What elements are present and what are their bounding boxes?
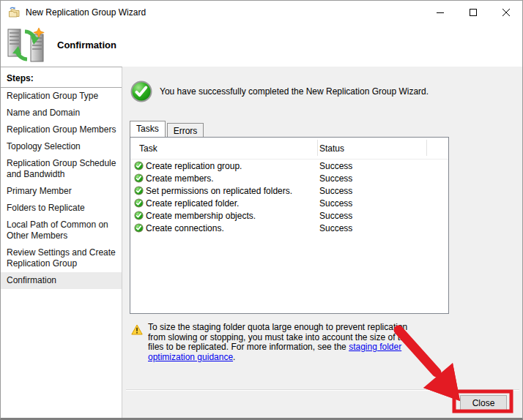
column-header-task[interactable]: Task (139, 143, 157, 154)
tab-errors[interactable]: Errors (167, 123, 204, 137)
warning-text-after: . (233, 352, 235, 362)
task-status: Success (319, 223, 352, 233)
window-title: New Replication Group Wizard (26, 7, 146, 18)
success-check-icon (130, 80, 152, 102)
close-button[interactable]: Close (460, 395, 507, 410)
step-replication-group-members: Replication Group Members (1, 121, 122, 138)
column-divider[interactable] (317, 140, 318, 156)
task-status: Success (319, 186, 352, 196)
task-name: Create membership objects. (146, 211, 256, 221)
replication-servers-icon (7, 27, 47, 64)
page-title: Confirmation (57, 40, 116, 50)
table-row[interactable]: Create replicated folder. Success (130, 197, 448, 209)
task-status: Success (319, 161, 352, 171)
task-status: Success (319, 173, 352, 184)
app-icon (8, 7, 21, 18)
close-icon (502, 8, 511, 17)
step-name-and-domain: Name and Domain (1, 105, 122, 121)
result-tabs: Tasks Errors (130, 121, 204, 137)
maximize-icon (469, 8, 478, 17)
minimize-icon (436, 8, 445, 17)
step-primary-member: Primary Member (1, 183, 122, 200)
task-status: Success (319, 211, 352, 221)
list-header: Task Status (130, 138, 448, 160)
task-rows: Create replication group. Success Create… (130, 160, 448, 234)
task-success-icon (134, 223, 144, 233)
wizard-header: Confirmation (1, 23, 522, 67)
task-name: Create replicated folder. (146, 198, 239, 209)
step-folders-to-replicate: Folders to Replicate (1, 200, 122, 217)
minimize-button[interactable] (423, 1, 456, 23)
task-success-icon (134, 186, 144, 195)
maximize-button[interactable] (456, 1, 489, 23)
success-message: You have successfully completed the New … (160, 86, 429, 97)
step-replication-group-type: Replication Group Type (1, 88, 122, 105)
task-status: Success (319, 198, 352, 209)
tasks-list-view: Task Status Create replication group. Su… (130, 137, 449, 314)
task-success-icon (134, 198, 144, 208)
task-name: Create members. (146, 173, 214, 184)
close-window-button[interactable] (489, 1, 522, 23)
titlebar: New Replication Group Wizard (1, 1, 522, 23)
wizard-window: New Replication Group Wizard (0, 0, 523, 420)
table-row[interactable]: Create connections. Success (130, 222, 448, 234)
tab-tasks[interactable]: Tasks (130, 121, 166, 137)
success-banner: You have successfully completed the New … (130, 80, 429, 103)
steps-heading: Steps: (1, 67, 122, 88)
task-success-icon (134, 211, 144, 220)
column-header-status[interactable]: Status (319, 143, 344, 154)
table-row[interactable]: Create members. Success (130, 172, 448, 184)
step-local-path: Local Path of Common on Other Members (1, 217, 122, 244)
main-content: You have successfully completed the New … (122, 67, 522, 418)
footer-divider (126, 389, 519, 390)
step-review-settings: Review Settings and Create Replication G… (1, 244, 122, 272)
warning-text: To size the staging folder quota large e… (148, 323, 422, 362)
table-row[interactable]: Set permissions on replicated folders. S… (130, 184, 448, 197)
column-divider[interactable] (426, 140, 427, 156)
step-schedule-and-bandwidth: Replication Group Schedule and Bandwidth (1, 155, 122, 183)
warning-icon (131, 324, 143, 335)
table-row[interactable]: Create membership objects. Success (130, 209, 448, 222)
table-row[interactable]: Create replication group. Success (130, 160, 448, 172)
window-controls (423, 1, 522, 23)
step-topology-selection: Topology Selection (1, 138, 122, 155)
task-name: Set permissions on replicated folders. (146, 186, 292, 196)
steps-sidebar: Steps: Replication Group Type Name and D… (1, 67, 122, 418)
task-name: Create connections. (146, 223, 224, 233)
task-name: Create replication group. (146, 161, 242, 171)
task-success-icon (134, 161, 144, 170)
staging-folder-warning: To size the staging folder quota large e… (131, 323, 422, 362)
task-success-icon (134, 173, 144, 183)
step-confirmation-current: Confirmation (1, 272, 122, 289)
